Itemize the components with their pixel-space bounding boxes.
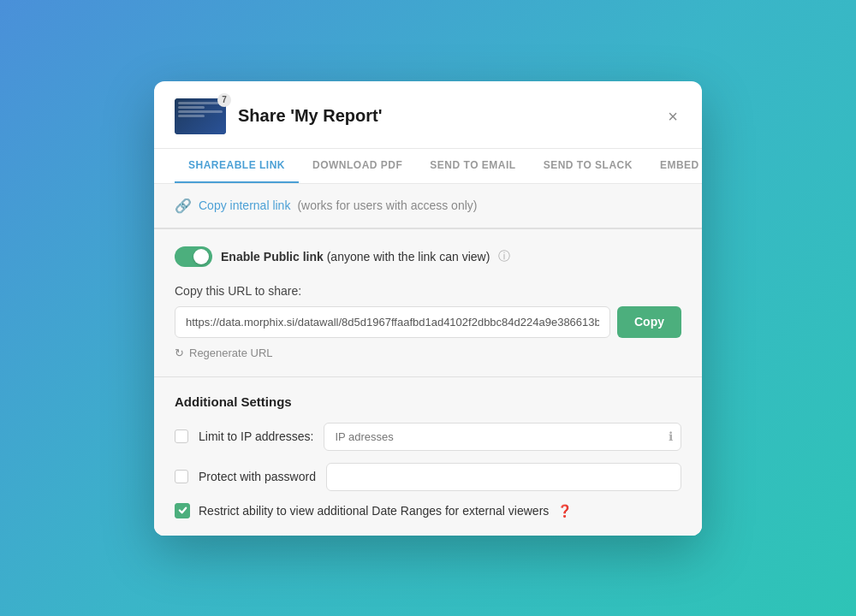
- copy-internal-link-row: 🔗 Copy internal link (works for users wi…: [175, 198, 681, 214]
- regenerate-icon: ↻: [175, 346, 184, 359]
- enable-public-row: Enable Public link (anyone with the link…: [175, 246, 681, 267]
- thumbnail-badge: 7: [217, 93, 231, 107]
- copy-url-label: Copy this URL to share:: [175, 284, 681, 298]
- copy-url-button[interactable]: Copy: [617, 306, 681, 338]
- tabs-bar: SHAREABLE LINK DOWNLOAD PDF SEND TO EMAI…: [154, 149, 702, 184]
- ip-input-wrapper: ℹ: [324, 423, 681, 451]
- ip-info-icon: ℹ: [669, 429, 673, 443]
- url-input[interactable]: [175, 306, 610, 338]
- enable-public-label: Enable Public link (anyone with the link…: [221, 250, 490, 264]
- link-icon: 🔗: [175, 198, 192, 214]
- tab-shareable-link[interactable]: SHAREABLE LINK: [175, 149, 299, 183]
- ip-limit-checkbox[interactable]: [175, 429, 188, 443]
- report-thumbnail: 7: [175, 98, 226, 134]
- close-button[interactable]: ×: [664, 104, 681, 128]
- internal-link-section: 🔗 Copy internal link (works for users wi…: [154, 184, 702, 228]
- copy-internal-link-button[interactable]: Copy internal link: [199, 198, 290, 212]
- password-input[interactable]: [326, 463, 681, 491]
- public-link-info-icon[interactable]: ⓘ: [498, 249, 510, 264]
- restrict-date-checkbox[interactable]: [175, 503, 190, 518]
- password-checkbox[interactable]: [175, 470, 188, 483]
- ip-addresses-input[interactable]: [324, 423, 681, 451]
- password-label: Protect with password: [199, 470, 316, 483]
- modal-title: Share 'My Report': [238, 106, 664, 126]
- tab-send-to-slack[interactable]: SEND TO SLACK: [530, 149, 646, 183]
- url-row: Copy: [175, 306, 681, 338]
- tab-send-to-email[interactable]: SEND TO EMAIL: [416, 149, 529, 183]
- restrict-date-row: Restrict ability to view additional Date…: [175, 503, 681, 518]
- tab-download-pdf[interactable]: DOWNLOAD PDF: [299, 149, 416, 183]
- tab-embed[interactable]: EMBED: [646, 149, 702, 183]
- ip-limit-label: Limit to IP addresses:: [199, 429, 313, 443]
- modal-header: 7 Share 'My Report' ×: [154, 81, 702, 149]
- public-link-section: Enable Public link (anyone with the link…: [154, 229, 702, 376]
- regenerate-url-row[interactable]: ↻ Regenerate URL: [175, 346, 681, 359]
- restrict-date-label: Restrict ability to view additional Date…: [199, 504, 549, 518]
- share-modal: 7 Share 'My Report' × SHAREABLE LINK DOW…: [154, 81, 702, 536]
- public-link-toggle[interactable]: [175, 246, 212, 267]
- internal-link-hint: (works for users with access only): [297, 198, 477, 212]
- modal-body: 🔗 Copy internal link (works for users wi…: [154, 184, 702, 536]
- restrict-info-icon[interactable]: ❓: [557, 504, 572, 518]
- password-protect-row: Protect with password: [175, 463, 681, 491]
- regenerate-label: Regenerate URL: [189, 346, 273, 359]
- additional-settings-section: Additional Settings Limit to IP addresse…: [154, 377, 702, 536]
- settings-title: Additional Settings: [175, 394, 681, 409]
- ip-limit-row: Limit to IP addresses: ℹ: [175, 423, 681, 451]
